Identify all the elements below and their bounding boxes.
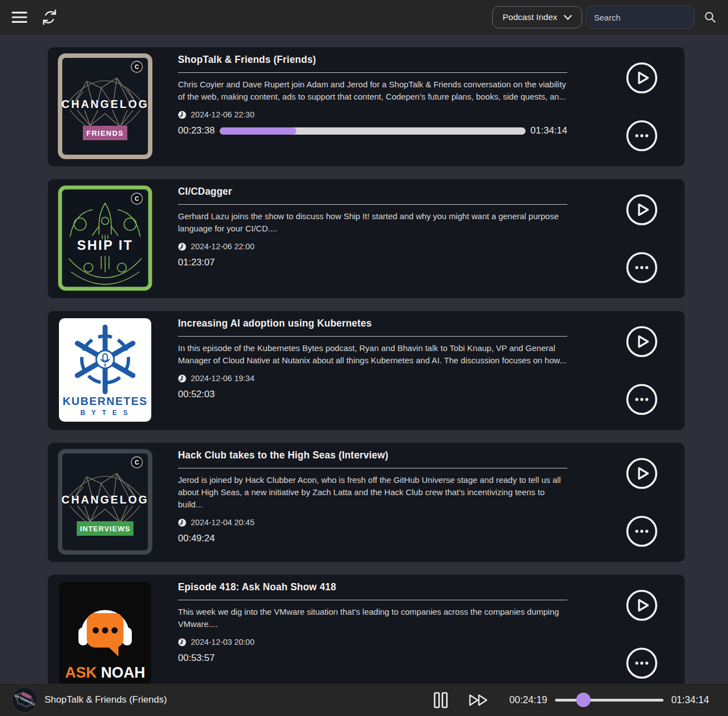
- episode-duration: 00:49:24: [178, 533, 215, 544]
- artwork-show-name: SHIP IT: [77, 238, 133, 253]
- svg-text:ASK NOAH: ASK NOAH: [65, 664, 145, 681]
- search-icon: [704, 11, 717, 24]
- episode-duration: 00:52:03: [178, 389, 215, 400]
- episode-more-button[interactable]: [623, 249, 660, 286]
- episode-title: Hack Club takes to the High Seas (Interv…: [178, 450, 567, 461]
- play-episode-button[interactable]: [623, 323, 660, 360]
- episode-artwork-changelog-interviews: C CHANGELOG INTERVIEWS: [58, 449, 152, 555]
- episode-date-row: 2024-12-06 22:00: [178, 242, 567, 251]
- now-playing-artwork[interactable]: CHANGELOG: [8, 684, 41, 716]
- player-seek-thumb[interactable]: [576, 693, 591, 707]
- episode-duration: 01:23:07: [178, 257, 215, 268]
- artwork-badge: INTERVIEWS: [80, 525, 131, 533]
- episode-card: C CHANGELOG FRIENDS ShopTalk & Friends (…: [48, 47, 685, 166]
- ellipsis-icon: [626, 383, 658, 416]
- episode-more-button[interactable]: [623, 381, 660, 418]
- play-icon: [626, 325, 658, 358]
- episode-progress-fill: [220, 127, 296, 135]
- clock-icon: [178, 519, 186, 527]
- search-button[interactable]: [701, 8, 719, 26]
- title-divider: [178, 468, 567, 468]
- episode-actions: [622, 179, 661, 298]
- play-episode-button[interactable]: [623, 587, 660, 624]
- ellipsis-icon: [626, 251, 658, 284]
- play-episode-button[interactable]: [623, 191, 660, 228]
- episode-artwork-ask-noah: ASK NOAH: [58, 581, 152, 687]
- artwork-badge: FRIENDS: [86, 129, 124, 137]
- now-playing-title: ShopTalk & Friends (Friends): [44, 694, 167, 705]
- episode-main: CI/CDagger Gerhard Lazu joins the show t…: [178, 186, 567, 268]
- episode-card: C CHANGELOG INTERVIEWS Hack Club takes t…: [48, 443, 685, 562]
- search-input[interactable]: [586, 6, 695, 29]
- episode-card: ASK NOAH Episode 418: Ask Noah Show 418 …: [48, 575, 685, 694]
- artwork-word-ask: ASK: [65, 664, 97, 681]
- play-icon: [626, 62, 658, 94]
- artwork-logo-letter: C: [135, 63, 139, 70]
- ellipsis-icon: [626, 515, 658, 547]
- pause-button[interactable]: [432, 690, 450, 710]
- artwork-logo-letter: C: [135, 195, 139, 202]
- ellipsis-icon: [626, 120, 658, 152]
- episode-main: Episode 418: Ask Noah Show 418 This week…: [178, 581, 567, 664]
- episode-main: Hack Club takes to the High Seas (Interv…: [178, 450, 567, 544]
- hamburger-icon: [11, 11, 28, 24]
- player-total: 01:34:14: [671, 694, 709, 706]
- clock-icon: [178, 111, 186, 119]
- episode-artwork-kubernetes-bytes: KUBERNETES B Y T E S: [58, 317, 152, 423]
- episode-date-row: 2024-12-03 20:00: [178, 638, 567, 646]
- episode-duration: 00:53:57: [178, 653, 215, 664]
- title-divider: [178, 600, 567, 600]
- artwork-show-name: CHANGELOG: [62, 493, 149, 506]
- artwork-show-name: CHANGELOG: [62, 98, 149, 110]
- episode-description: Jerod is joined by Hack Clubber Acon, wh…: [178, 474, 567, 511]
- fast-forward-button[interactable]: [467, 692, 491, 709]
- ellipsis-icon: [626, 647, 658, 679]
- episode-date: 2024-12-04 20:45: [191, 518, 255, 527]
- episode-total-time: 01:34:14: [531, 125, 567, 136]
- episode-more-button[interactable]: [623, 117, 660, 154]
- episode-artwork-changelog-friends: C CHANGELOG FRIENDS: [58, 53, 152, 159]
- episode-main: Increasing AI adoption using Kubernetes …: [178, 318, 567, 400]
- episode-elapsed: 00:23:38: [178, 125, 215, 136]
- episode-duration-row: 00:52:03: [178, 389, 567, 400]
- menu-button[interactable]: [9, 8, 30, 26]
- top-bar: Podcast Index: [0, 0, 728, 34]
- episode-duration-row: 00:49:24: [178, 533, 567, 544]
- clock-icon: [178, 243, 186, 251]
- artwork-line2: B Y T E S: [81, 409, 130, 417]
- player-controls: 00:24:19 01:34:14: [432, 690, 709, 710]
- clock-icon: [178, 638, 186, 646]
- episode-date-row: 2024-12-06 22:30: [178, 110, 567, 119]
- fast-forward-icon: [469, 694, 488, 707]
- podcast-source-selector[interactable]: Podcast Index: [492, 6, 582, 28]
- episode-actions: [622, 443, 661, 562]
- episode-actions: [622, 575, 661, 694]
- episode-title: CI/CDagger: [178, 186, 567, 197]
- episode-date-row: 2024-12-06 19:34: [178, 374, 567, 383]
- episode-date: 2024-12-06 19:34: [191, 374, 255, 383]
- episode-card: C SHIP IT CI/CDagger Gerhard Lazu joins …: [48, 179, 685, 298]
- title-divider: [178, 336, 567, 337]
- title-divider: [178, 204, 567, 205]
- play-icon: [626, 457, 658, 490]
- episode-description: Gerhard Lazu joins the show to discuss h…: [178, 210, 567, 235]
- episode-description: This week we dig into the VMware situati…: [178, 606, 567, 630]
- episode-title: Episode 418: Ask Noah Show 418: [178, 581, 567, 593]
- episode-progress-row: 00:23:38 01:34:14: [178, 125, 567, 136]
- play-episode-button[interactable]: [623, 60, 660, 96]
- episode-description: In this episode of the Kubernetes Bytes …: [178, 342, 567, 367]
- play-episode-button[interactable]: [623, 455, 660, 492]
- player-elapsed: 00:24:19: [509, 694, 547, 706]
- episode-actions: [622, 47, 661, 166]
- title-divider: [178, 72, 567, 73]
- refresh-button[interactable]: [39, 7, 60, 28]
- episode-duration-row: 00:53:57: [178, 653, 567, 664]
- episode-more-button[interactable]: [623, 513, 660, 550]
- chevron-down-icon: [564, 15, 572, 20]
- episode-actions: [622, 311, 661, 430]
- episode-title: Increasing AI adoption using Kubernetes: [178, 318, 567, 329]
- episode-more-button[interactable]: [623, 645, 660, 682]
- player-seek-slider[interactable]: [555, 699, 663, 702]
- episode-list: C CHANGELOG FRIENDS ShopTalk & Friends (…: [0, 34, 728, 716]
- episode-card: KUBERNETES B Y T E S Increasing AI adopt…: [48, 311, 685, 430]
